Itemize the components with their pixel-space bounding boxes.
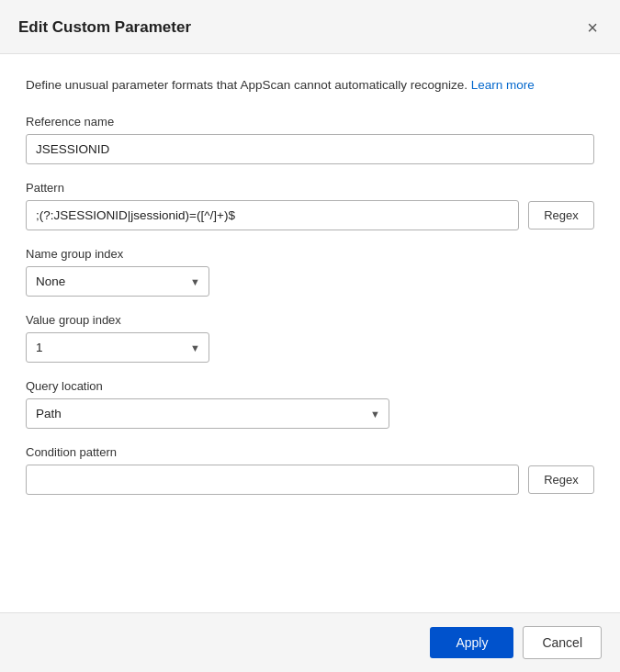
- dialog-title: Edit Custom Parameter: [18, 18, 191, 37]
- name-group-index-group: Name group index None 0 1 2 3 ▼: [26, 247, 594, 297]
- dialog-body: Define unusual parameter formats that Ap…: [0, 54, 620, 612]
- pattern-group: Pattern Regex: [26, 181, 594, 230]
- query-location-group: Query location Path Query Header Body Co…: [26, 379, 594, 429]
- name-group-index-label: Name group index: [26, 247, 594, 261]
- name-group-index-select[interactable]: None 0 1 2 3: [26, 266, 209, 297]
- reference-name-group: Reference name: [26, 115, 594, 164]
- condition-pattern-row: Regex: [26, 465, 594, 495]
- reference-name-label: Reference name: [26, 115, 594, 129]
- pattern-input[interactable]: [26, 200, 519, 230]
- pattern-label: Pattern: [26, 181, 594, 195]
- name-group-index-wrapper: None 0 1 2 3 ▼: [26, 266, 209, 297]
- query-location-select[interactable]: Path Query Header Body Cookie: [26, 398, 389, 429]
- pattern-regex-button[interactable]: Regex: [528, 201, 594, 230]
- apply-button[interactable]: Apply: [430, 627, 513, 658]
- value-group-index-group: Value group index None 0 1 2 3 ▼: [26, 313, 594, 363]
- condition-pattern-group: Condition pattern Regex: [26, 445, 594, 495]
- edit-custom-parameter-dialog: Edit Custom Parameter × Define unusual p…: [0, 0, 620, 672]
- value-group-index-wrapper: None 0 1 2 3 ▼: [26, 332, 209, 363]
- close-button[interactable]: ×: [583, 17, 602, 39]
- learn-more-link[interactable]: Learn more: [471, 78, 535, 92]
- value-group-index-label: Value group index: [26, 313, 594, 327]
- dialog-header: Edit Custom Parameter ×: [0, 0, 620, 54]
- reference-name-input[interactable]: [26, 134, 594, 164]
- query-location-wrapper: Path Query Header Body Cookie ▼: [26, 398, 389, 429]
- dialog-footer: Apply Cancel: [0, 612, 620, 672]
- condition-pattern-regex-button[interactable]: Regex: [528, 465, 594, 494]
- value-group-index-select[interactable]: None 0 1 2 3: [26, 332, 209, 363]
- condition-pattern-input[interactable]: [26, 465, 519, 495]
- description-text: Define unusual parameter formats that Ap…: [26, 76, 594, 95]
- condition-pattern-label: Condition pattern: [26, 445, 594, 459]
- cancel-button[interactable]: Cancel: [523, 626, 602, 659]
- query-location-label: Query location: [26, 379, 594, 393]
- pattern-row: Regex: [26, 200, 594, 230]
